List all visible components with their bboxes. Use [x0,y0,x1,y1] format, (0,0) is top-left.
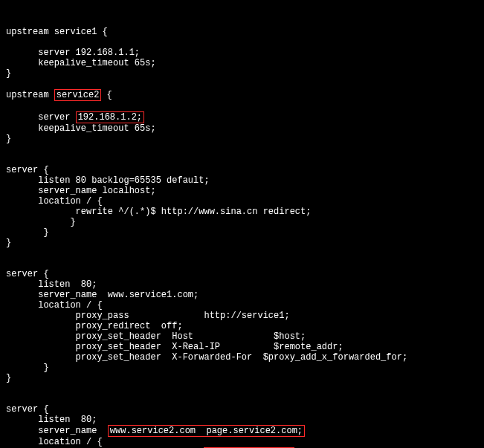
server1-open: server { [6,165,49,175]
server1-rewrite: rewrite ^/(.*)$ http://www.sina.cn redir… [6,207,311,217]
highlight-upstream2-server: 192.168.1.2; [76,111,144,123]
server2-proxy-pass: proxy_pass http://service1; [6,311,290,321]
server1-inner-close: } [6,227,49,238]
server2-server-name: server_name www.service1.com; [6,290,199,300]
upstream2-close: } [6,134,11,144]
upstream1-server: server 192.168.1.1; [6,48,140,58]
highlight-upstream2-name: service2 [54,89,102,101]
server1-location-close: } [6,217,76,227]
server1-close: } [6,238,11,248]
highlight-server3-server-name: www.service2.com page.service2.com; [108,425,305,437]
nginx-config: upstream service1 { server 192.168.1.1; … [6,27,478,448]
server3-server-name-prefix: server_name [6,426,108,436]
upstream1-header-suffix: { [97,27,107,37]
server3-location-open: location / { [6,437,103,447]
server2-proxy-redirect: proxy_redirect off; [6,321,183,331]
server2-proxy-fwd: proxy_set_header X-Forwarded-For $proxy_… [6,352,407,363]
server2-location-close: } [6,363,49,373]
server3-open: server { [6,404,49,415]
server1-server-name: server_name localhost; [6,186,156,196]
server1-listen: listen 80 backlog=65535 default; [6,175,210,186]
server2-close: } [6,373,11,383]
server1-location-open: location / { [6,196,103,207]
server2-location-open: location / { [6,300,103,311]
server2-open: server { [6,269,49,279]
upstream2-keepalive: keepalive_timeout 65s; [6,123,156,134]
upstream1-header-prefix: upstream [6,27,54,37]
upstream2-server-indent: server [6,112,76,123]
upstream1-keepalive: keepalive_timeout 65s; [6,58,156,68]
upstream2-header-prefix: upstream [6,90,54,100]
upstream1-name: service1 [54,27,97,37]
upstream2-header-suffix: { [101,90,112,100]
server3-listen: listen 80; [6,415,97,425]
server2-proxy-realip: proxy_set_header X-Real-IP $remote_addr; [6,342,343,352]
upstream1-close: } [6,68,11,79]
server2-proxy-host: proxy_set_header Host $host; [6,331,306,342]
server2-listen: listen 80; [6,279,97,290]
